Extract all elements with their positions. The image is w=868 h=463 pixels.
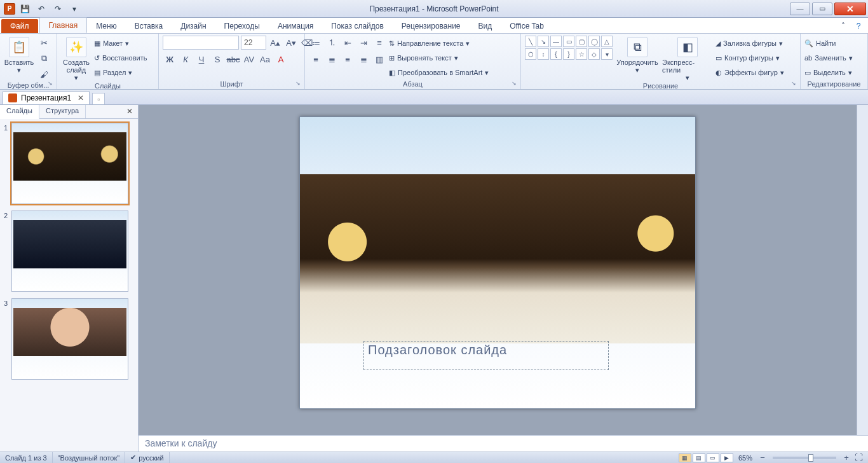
section-button[interactable]: ▤ Раздел ▾ <box>94 66 147 79</box>
numbering-button[interactable]: ⒈ <box>325 36 339 50</box>
view-normal-button[interactable]: ▦ <box>679 453 691 462</box>
quick-styles-icon: ◧ <box>677 37 698 57</box>
shape-effects-button[interactable]: ◐ Эффекты фигур ▾ <box>715 66 784 79</box>
close-panel-icon[interactable]: ✕ <box>121 105 138 118</box>
tab-transitions[interactable]: Переходы <box>215 18 269 33</box>
grow-font-button[interactable]: A▴ <box>268 36 282 50</box>
align-text-button[interactable]: ⊞ Выровнять текст ▾ <box>389 52 489 64</box>
tab-home[interactable]: Главная <box>39 17 88 33</box>
smartart-button[interactable]: ◧ Преобразовать в SmartArt ▾ <box>389 66 489 79</box>
maximize-button[interactable]: ▭ <box>812 3 832 15</box>
status-language[interactable]: ✔ русский <box>125 452 169 463</box>
font-color-button[interactable]: A <box>274 52 288 66</box>
shrink-font-button[interactable]: A▾ <box>284 36 298 50</box>
find-button[interactable]: 🔍 Найти <box>804 37 853 50</box>
outdent-button[interactable]: ⇤ <box>341 36 355 50</box>
vertical-scrollbar[interactable] <box>857 105 868 435</box>
subtitle-placeholder[interactable]: Подзаголовок слайда <box>363 341 609 370</box>
slide-number: 3 <box>4 298 11 380</box>
tab-outline[interactable]: Структура <box>39 105 86 118</box>
tab-insert[interactable]: Вставка <box>126 18 172 33</box>
zoom-level[interactable]: 65% <box>738 454 752 462</box>
new-document-button[interactable]: ▫ <box>92 93 105 104</box>
spacing-button[interactable]: AV <box>242 52 256 66</box>
shape-outline-button[interactable]: ▭ Контур фигуры ▾ <box>715 52 784 64</box>
underline-button[interactable]: Ч <box>194 52 208 66</box>
tab-menu[interactable]: Меню <box>87 18 125 33</box>
change-case-button[interactable]: Aa <box>258 52 272 66</box>
redo-button[interactable]: ↷ <box>51 2 65 16</box>
view-slideshow-button[interactable]: ▶ <box>721 453 733 462</box>
minimize-button[interactable]: — <box>790 3 810 15</box>
tab-view[interactable]: Вид <box>470 18 501 33</box>
tab-animation[interactable]: Анимация <box>269 18 322 33</box>
zoom-in-button[interactable]: + <box>841 453 851 462</box>
slide-thumbnail[interactable]: 1 <box>4 123 134 204</box>
font-size-combo[interactable]: 22 <box>241 36 266 50</box>
text-direction-button[interactable]: ⇅ Направление текста ▾ <box>389 37 489 50</box>
zoom-out-button[interactable]: − <box>757 453 768 462</box>
layout-button[interactable]: ▦ Макет ▾ <box>94 37 147 50</box>
align-left-button[interactable]: ≡ <box>309 52 323 66</box>
ribbon-minimize-icon[interactable]: ˄ <box>837 20 849 32</box>
tab-slides[interactable]: Слайды <box>0 105 39 119</box>
slide-image[interactable] <box>300 174 695 343</box>
slide[interactable]: Подзаголовок слайда <box>299 116 696 409</box>
reset-button[interactable]: ↺ Восстановить <box>94 52 147 64</box>
help-icon[interactable]: ? <box>853 20 864 32</box>
status-theme[interactable]: "Воздушный поток" <box>53 452 126 463</box>
slide-thumbnail[interactable]: 2 <box>4 211 134 292</box>
shapes-gallery[interactable]: ╲↘—▭▢◯△ ⬡↕{}☆◇▾ <box>525 36 613 82</box>
tab-design[interactable]: Дизайн <box>172 18 215 33</box>
fit-window-button[interactable]: ⛶ <box>853 453 864 462</box>
paste-button[interactable]: 📋 Вставить ▾ <box>4 36 34 81</box>
zoom-slider[interactable] <box>773 457 836 459</box>
cut-button[interactable]: ✂ <box>37 36 51 50</box>
status-slide[interactable]: Слайд 1 из 3 <box>0 452 53 463</box>
arrange-button[interactable]: ⧉ Упорядочить▾ <box>615 36 660 82</box>
dialog-launcher-icon[interactable]: ↘ <box>295 80 303 88</box>
line-spacing-button[interactable]: ≡ <box>372 36 386 50</box>
undo-button[interactable]: ↶ <box>34 2 48 16</box>
italic-button[interactable]: К <box>179 52 193 66</box>
slide-canvas[interactable]: Подзаголовок слайда <box>139 105 857 435</box>
shadow-button[interactable]: S <box>210 52 224 66</box>
dialog-launcher-icon[interactable]: ↘ <box>48 80 55 88</box>
align-right-button[interactable]: ≡ <box>341 52 355 66</box>
close-tab-icon[interactable]: ✕ <box>78 93 84 102</box>
new-slide-button[interactable]: ✨ Создать слайд ▾ <box>61 36 92 82</box>
select-button[interactable]: ▭ Выделить ▾ <box>804 66 853 79</box>
close-button[interactable]: ✕ <box>834 3 866 15</box>
shape-fill-button[interactable]: ◢ Заливка фигуры ▾ <box>715 37 784 50</box>
tab-officetab[interactable]: Office Tab <box>501 18 553 33</box>
qat-more-icon[interactable]: ▾ <box>67 2 81 16</box>
columns-button[interactable]: ▥ <box>372 52 386 66</box>
justify-button[interactable]: ≣ <box>356 52 370 66</box>
new-slide-icon: ✨ <box>66 37 86 57</box>
save-button[interactable]: 💾 <box>18 2 32 16</box>
view-reading-button[interactable]: ▭ <box>707 453 719 462</box>
align-center-button[interactable]: ≣ <box>325 52 339 66</box>
bold-button[interactable]: Ж <box>163 52 177 66</box>
font-combo[interactable] <box>163 36 239 50</box>
notes-pane[interactable]: Заметки к слайду <box>139 435 868 452</box>
tab-slideshow[interactable]: Показ слайдов <box>322 18 393 33</box>
quick-styles-button[interactable]: ◧ Экспресс-стили▾ <box>662 36 713 82</box>
group-drawing: ╲↘—▭▢◯△ ⬡↕{}☆◇▾ ⧉ Упорядочить▾ ◧ Экспрес… <box>521 34 801 89</box>
replace-button[interactable]: ab Заменить ▾ <box>804 52 853 64</box>
dialog-launcher-icon[interactable]: ↘ <box>512 80 519 88</box>
indent-button[interactable]: ⇥ <box>356 36 370 50</box>
app-icon[interactable]: P <box>4 3 15 15</box>
copy-button[interactable]: ⧉ <box>37 52 51 66</box>
arrange-icon: ⧉ <box>627 37 648 57</box>
format-painter-button[interactable]: 🖌 <box>37 67 51 81</box>
strike-button[interactable]: abc <box>226 52 240 66</box>
file-tab[interactable]: Файл <box>1 19 38 33</box>
thumbnail-image <box>13 220 126 268</box>
document-tab[interactable]: Презентация1 ✕ <box>3 91 90 104</box>
dialog-launcher-icon[interactable]: ↘ <box>791 80 799 88</box>
slide-thumbnail[interactable]: 3 <box>4 298 134 380</box>
tab-review[interactable]: Рецензирование <box>393 18 470 33</box>
bullets-button[interactable]: ≔ <box>309 36 323 50</box>
view-sorter-button[interactable]: ▤ <box>693 453 705 462</box>
